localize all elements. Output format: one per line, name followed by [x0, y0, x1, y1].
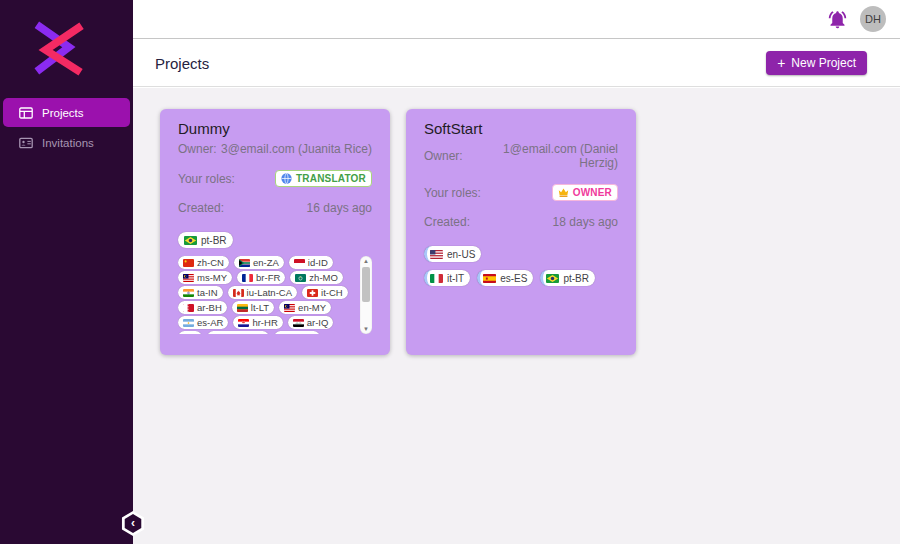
roles-label: Your roles: — [178, 172, 235, 186]
owner-label: Owner: — [178, 142, 217, 156]
sidebar-item-projects[interactable]: Projects — [3, 98, 130, 127]
flag-za-icon — [239, 259, 250, 267]
language-chip-zh-CN: zh-CN — [178, 256, 229, 269]
language-code: ta-IN — [197, 287, 218, 298]
flag-es-icon — [483, 274, 496, 283]
flag-us-icon — [430, 250, 443, 259]
hexagon-shape: ‹ — [121, 511, 145, 536]
language-code: it-CH — [321, 287, 343, 298]
language-chip-en-US: en-US — [424, 246, 481, 262]
sidebar-item-invitations[interactable]: Invitations — [3, 128, 130, 157]
plus-icon: + — [777, 56, 785, 70]
language-chip-pt-BR: pt-BR — [540, 270, 595, 286]
language-code: es-ES — [500, 273, 527, 284]
flag-id-icon — [294, 259, 305, 267]
role-label: OWNER — [573, 187, 612, 198]
top-bar: DH — [133, 0, 900, 39]
language-chip-ar-BH: ar-BH — [178, 301, 227, 314]
project-card-dummy[interactable]: DummyOwner:3@email.com (Juanita Rice)You… — [160, 109, 390, 355]
created-label: Created: — [424, 215, 470, 229]
language-chip-it-CH: it-CH — [302, 286, 348, 299]
flag-bh-icon — [183, 304, 194, 312]
created-value: 18 days ago — [553, 215, 618, 229]
role-badge: OWNER — [552, 184, 618, 201]
chevron-left-icon: ‹ — [124, 514, 142, 533]
scroll-down-arrow-icon[interactable]: ▼ — [360, 324, 372, 334]
language-chip-row: it-ITes-ESpt-BR — [424, 270, 618, 286]
language-code: pt-BR — [201, 235, 227, 246]
language-scroll-area: zh-CNen-ZAid-IDms-MYbr-FRzh-MOta-INiu-La… — [178, 256, 372, 334]
flag-ca-icon — [233, 289, 244, 297]
app-logo[interactable] — [0, 0, 133, 82]
language-chip-es-ES: es-ES — [477, 270, 533, 286]
notification-bell-icon[interactable] — [827, 9, 848, 30]
flag-br-icon — [184, 236, 197, 245]
created-label: Created: — [178, 201, 224, 215]
base-language-row: en-US — [424, 246, 618, 262]
flag-it-icon — [430, 274, 443, 283]
crown-icon — [558, 187, 569, 198]
flag-ar-icon — [183, 319, 194, 327]
flag-br-icon — [546, 274, 559, 283]
window-grid-icon — [19, 106, 33, 120]
language-chip-pt-BR: pt-BR — [178, 232, 233, 248]
language-chip-zh-MO: zh-MO — [290, 271, 343, 284]
language-chip-partial — [274, 331, 320, 334]
language-code: iu-Latn-CA — [247, 287, 292, 298]
sidebar: ProjectsInvitations — [0, 0, 133, 544]
language-code: zh-MO — [309, 272, 338, 283]
language-chip-ms-MY: ms-MY — [178, 271, 232, 284]
language-chip-es-AR: es-AR — [178, 316, 228, 329]
sidebar-item-label: Invitations — [42, 137, 94, 149]
flag-my-icon — [183, 274, 194, 282]
project-title: SoftStart — [424, 120, 618, 137]
scroll-up-arrow-icon[interactable]: ▲ — [360, 256, 372, 266]
language-code: es-AR — [197, 317, 223, 328]
language-code: pt-BR — [563, 273, 589, 284]
language-code: en-US — [447, 249, 475, 260]
language-code: ar-IQ — [307, 317, 329, 328]
language-chip-iu-Latn-CA: iu-Latn-CA — [228, 286, 297, 299]
sidebar-nav: ProjectsInvitations — [0, 98, 133, 157]
language-code: lt-LT — [251, 302, 269, 313]
base-language-row: pt-BR — [178, 232, 372, 248]
flag-ch-icon — [307, 289, 318, 297]
owner-value: 1@email.com (Daniel Herzig) — [463, 142, 618, 170]
language-code: zh-CN — [197, 257, 224, 268]
language-code: id-ID — [308, 257, 328, 268]
contact-card-icon — [19, 136, 33, 150]
language-code: en-ZA — [253, 257, 279, 268]
new-project-button[interactable]: + New Project — [766, 51, 867, 75]
flag-hr-icon — [238, 319, 249, 327]
language-chip-en-ZA: en-ZA — [234, 256, 284, 269]
roles-label: Your roles: — [424, 186, 481, 200]
user-avatar[interactable]: DH — [860, 6, 886, 32]
flag-mo-icon — [295, 274, 306, 282]
language-chip-partial — [178, 331, 202, 334]
language-chip-it-IT: it-IT — [424, 270, 470, 286]
flag-my-icon — [284, 304, 295, 312]
scrollbar-thumb[interactable] — [362, 267, 370, 302]
new-project-label: New Project — [791, 56, 856, 70]
page-title: Projects — [155, 55, 209, 72]
owner-label: Owner: — [424, 149, 463, 163]
role-badge: TRANSLATOR — [275, 170, 372, 187]
project-title: Dummy — [178, 120, 372, 137]
scrollbar[interactable]: ▲▼ — [360, 256, 372, 334]
project-card-softstart[interactable]: SoftStartOwner:1@email.com (Daniel Herzi… — [406, 109, 636, 355]
language-chip-br-FR: br-FR — [237, 271, 285, 284]
flag-lt-icon — [237, 304, 248, 312]
language-code: ar-BH — [197, 302, 222, 313]
role-label: TRANSLATOR — [296, 173, 366, 184]
flag-fr-icon — [242, 274, 253, 282]
language-code: it-IT — [447, 273, 464, 284]
language-code: hr-HR — [252, 317, 277, 328]
sidebar-item-label: Projects — [42, 107, 84, 119]
language-chip-ar-IQ: ar-IQ — [288, 316, 334, 329]
language-chip-lt-LT: lt-LT — [232, 301, 274, 314]
language-chip-id-ID: id-ID — [289, 256, 333, 269]
flag-iq-icon — [293, 319, 304, 327]
created-value: 16 days ago — [307, 201, 372, 215]
sidebar-collapse-button[interactable]: ‹ — [121, 511, 145, 536]
language-chip-ta-IN: ta-IN — [178, 286, 223, 299]
